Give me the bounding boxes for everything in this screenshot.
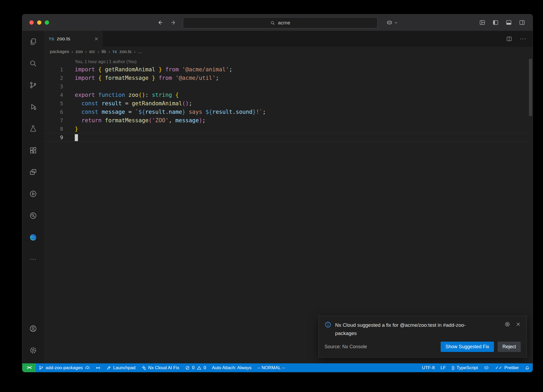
reject-button[interactable]: Reject [498, 342, 521, 352]
split-editor-icon[interactable] [506, 36, 512, 42]
scrollbar[interactable] [529, 59, 532, 116]
typescript-file-icon: TS [112, 50, 117, 54]
close-tab-icon[interactable] [94, 37, 99, 41]
cursor [75, 134, 78, 141]
account-icon[interactable] [22, 318, 44, 339]
prettier-label: Prettier [504, 365, 519, 371]
chevron-right-icon: › [85, 49, 87, 55]
search-icon[interactable] [22, 53, 44, 74]
prettier-item[interactable]: ✓✓ Prettier [492, 363, 522, 372]
bell-icon [525, 365, 530, 370]
minimize-window-button[interactable] [37, 20, 41, 25]
info-icon [325, 321, 331, 328]
zoom-window-button[interactable] [45, 20, 49, 25]
code-line[interactable] [75, 133, 78, 142]
explorer-icon[interactable] [22, 31, 44, 53]
search-value: acme [278, 20, 290, 26]
toggle-secondary-sidebar-icon[interactable] [519, 19, 525, 26]
notification-footer: Source: Nx Console Show Suggested Fix Re… [325, 342, 521, 352]
notification-actions [504, 321, 521, 327]
code-line[interactable]: const message = `${result.name} says ${r… [75, 108, 266, 116]
editor-actions: ··· [506, 31, 526, 47]
code-line[interactable]: import { getRandomAnimal } from '@acme/a… [75, 65, 232, 74]
line-number: 8 [44, 125, 63, 133]
workflow-icon [96, 365, 100, 370]
errors-count: 0 [192, 365, 194, 371]
source-control-icon[interactable] [22, 74, 44, 96]
notification-header: Nx Cloud suggested a fix for @acme/zoo:t… [325, 321, 521, 337]
more-actions-icon[interactable]: ··· [520, 36, 526, 42]
remote-explorer-icon[interactable] [22, 161, 44, 183]
remote-indicator[interactable]: >< [22, 363, 36, 372]
vim-mode-item[interactable]: -- NORMAL -- [254, 363, 288, 372]
close-window-button[interactable] [29, 20, 34, 25]
notification-settings-gear-icon[interactable] [504, 321, 510, 327]
chevron-down-icon [394, 21, 398, 24]
git-blame-lens[interactable]: You, 1 hour ago | 1 author (You) [75, 58, 137, 65]
notification-message: Nx Cloud suggested a fix for @acme/zoo:t… [335, 321, 484, 337]
code-area: You, 1 hour ago | 1 author (You)1import … [44, 58, 529, 142]
code-line[interactable]: export function zoo(): string { [75, 91, 179, 99]
notifications-bell-item[interactable] [522, 363, 533, 372]
auto-attach-item[interactable]: Auto Attach: Always [209, 363, 254, 372]
tab-zoo-ts[interactable]: TS zoo.ts [44, 31, 103, 47]
workbench-body: ··· TS zoo.ts [22, 31, 533, 363]
forward-icon[interactable] [170, 19, 177, 26]
copilot-status-item[interactable] [481, 363, 492, 372]
launchpad-item[interactable]: Launchpad [103, 363, 138, 372]
toggle-panel-icon[interactable] [506, 19, 512, 26]
cloud-upload-icon [85, 365, 90, 370]
breadcrumb-item-src[interactable]: src [89, 49, 95, 54]
branch-item[interactable]: add-zoo-packages [36, 363, 93, 372]
nx-cloud-ai-fix-item[interactable]: Nx Cloud AI Fix [138, 363, 182, 372]
search-icon [270, 20, 275, 25]
warnings-icon [197, 365, 202, 370]
workflow-status-item[interactable] [93, 363, 103, 372]
status-bar-right: UTF-8 LF {} TypeScript ✓✓ Prettier [419, 363, 533, 372]
line-number: 3 [44, 82, 63, 91]
double-check-icon: ✓✓ [495, 365, 502, 370]
code-line[interactable]: return formatMessage('ZOO', message); [75, 116, 205, 125]
copilot-menu-button[interactable] [386, 19, 398, 26]
line-number: 9 [44, 133, 63, 142]
settings-gear-icon[interactable] [22, 339, 44, 361]
line-number: 6 [44, 108, 63, 116]
status-bar: >< add-zoo-packages Launchpad Nx [22, 363, 533, 372]
activity-bar: ··· [22, 31, 44, 363]
breadcrumb-item-lib[interactable]: lib [102, 49, 106, 54]
window-controls [29, 20, 49, 25]
code-line[interactable]: import { formatMessage } from '@acme/uti… [75, 74, 219, 82]
extensions-icon[interactable] [22, 140, 44, 161]
nx-console-icon[interactable] [22, 183, 44, 205]
run-debug-icon[interactable] [22, 96, 44, 118]
language-label: TypeScript [457, 365, 478, 371]
vscode-window: acme [22, 14, 533, 372]
back-icon[interactable] [157, 19, 163, 26]
breadcrumb-item-file[interactable]: zoo.ts [120, 49, 132, 54]
breadcrumb-item-symbols[interactable]: ... [138, 49, 142, 54]
show-suggested-fix-button[interactable]: Show Suggested Fix [441, 342, 494, 352]
notification-toast: Nx Cloud suggested a fix for @acme/zoo:t… [318, 316, 527, 358]
more-views-icon[interactable]: ··· [22, 248, 44, 270]
breadcrumb-item-packages[interactable]: packages [50, 49, 69, 54]
edge-browser-icon[interactable] [22, 227, 44, 248]
command-center-search[interactable]: acme [183, 17, 378, 28]
testing-icon[interactable] [22, 118, 44, 140]
breadcrumb-item-zoo[interactable]: zoo [76, 49, 83, 54]
code-line[interactable]: const result = getRandomAnimal(); [75, 99, 192, 108]
code-line[interactable]: } [75, 125, 78, 133]
copilot-icon [386, 19, 393, 26]
encoding-item[interactable]: UTF-8 [419, 363, 437, 372]
customize-layout-icon[interactable] [479, 19, 485, 26]
notification-close-icon[interactable] [516, 322, 521, 327]
inspect-icon[interactable] [22, 205, 44, 227]
warnings-count: 0 [204, 365, 206, 371]
editor[interactable]: You, 1 hour ago | 1 author (You)1import … [44, 57, 533, 363]
toggle-primary-sidebar-icon[interactable] [492, 19, 499, 26]
language-mode-item[interactable]: {} TypeScript [449, 363, 481, 372]
titlebar: acme [22, 14, 533, 31]
chevron-right-icon: › [108, 49, 110, 55]
sparkle-icon [141, 365, 146, 370]
eol-item[interactable]: LF [438, 363, 449, 372]
problems-item[interactable]: 0 0 [182, 363, 209, 372]
